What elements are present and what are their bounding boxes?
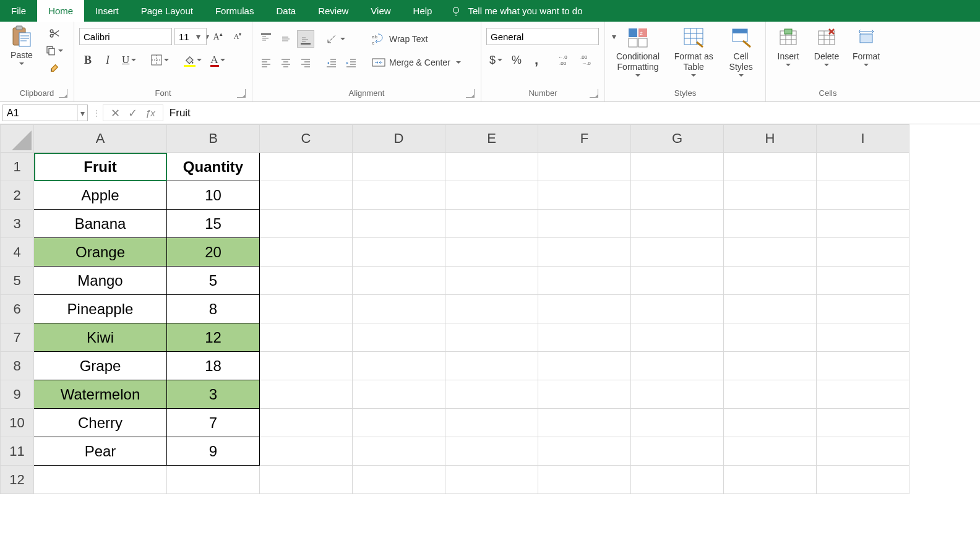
align-right-button[interactable] <box>297 54 314 71</box>
cell-C6[interactable] <box>260 295 353 323</box>
cell-C7[interactable] <box>260 323 353 352</box>
fx-icon[interactable]: ƒx <box>142 108 159 118</box>
cell-G6[interactable] <box>631 295 724 323</box>
conditional-formatting-button[interactable]: ≠ Conditional Formatting <box>610 25 666 78</box>
cell-I6[interactable] <box>817 295 909 323</box>
cell-F4[interactable] <box>538 238 631 267</box>
cell-C8[interactable] <box>260 352 353 380</box>
insert-cells-button[interactable]: Insert <box>771 25 806 67</box>
cell-H9[interactable] <box>724 380 817 409</box>
row-header[interactable]: 11 <box>1 437 34 466</box>
dialog-launcher-icon[interactable] <box>237 89 246 98</box>
cell-E4[interactable] <box>445 238 538 267</box>
row-header[interactable]: 9 <box>1 380 34 409</box>
cell-G12[interactable] <box>631 466 724 494</box>
format-painter-button[interactable] <box>42 61 66 75</box>
cell-A2[interactable]: Apple <box>34 181 167 210</box>
cell-F7[interactable] <box>538 323 631 352</box>
tab-formulas[interactable]: Formulas <box>204 0 265 22</box>
cell-E8[interactable] <box>445 352 538 380</box>
cell-C5[interactable] <box>260 267 353 295</box>
align-middle-button[interactable] <box>277 30 294 48</box>
increase-decimal-button[interactable]: ←.0.00 <box>555 51 575 69</box>
row-header[interactable]: 4 <box>1 238 34 267</box>
font-size-combo[interactable]: ▾ <box>174 28 207 45</box>
cell-F8[interactable] <box>538 352 631 380</box>
delete-cells-button[interactable]: Delete <box>809 25 844 67</box>
cell-D8[interactable] <box>353 352 445 380</box>
increase-indent-button[interactable] <box>343 54 360 71</box>
cell-C2[interactable] <box>260 181 353 210</box>
column-header[interactable]: E <box>445 125 538 153</box>
cell-B10[interactable]: 7 <box>167 409 260 437</box>
fill-color-button[interactable] <box>181 51 205 69</box>
cell-E9[interactable] <box>445 380 538 409</box>
cell-G9[interactable] <box>631 380 724 409</box>
cell-C11[interactable] <box>260 437 353 466</box>
copy-button[interactable] <box>42 44 66 58</box>
format-cells-button[interactable]: Format <box>848 25 885 67</box>
orientation-button[interactable] <box>323 30 348 48</box>
cell-D9[interactable] <box>353 380 445 409</box>
underline-button[interactable]: U <box>119 51 139 69</box>
cell-F6[interactable] <box>538 295 631 323</box>
cell-G7[interactable] <box>631 323 724 352</box>
dialog-launcher-icon[interactable] <box>59 89 67 98</box>
number-format-input[interactable] <box>487 28 612 45</box>
tell-me-search[interactable]: Tell me what you want to do <box>443 0 590 22</box>
row-header[interactable]: 7 <box>1 323 34 352</box>
italic-button[interactable]: I <box>99 51 116 69</box>
align-center-button[interactable] <box>277 54 294 71</box>
cell-H10[interactable] <box>724 409 817 437</box>
cell-I12[interactable] <box>817 466 909 494</box>
column-header[interactable]: G <box>631 125 724 153</box>
cell-C12[interactable] <box>260 466 353 494</box>
align-bottom-button[interactable] <box>297 30 314 48</box>
spreadsheet-grid[interactable]: ABCDEFGHI1FruitQuantity2Apple103Banana15… <box>0 124 980 494</box>
cell-G2[interactable] <box>631 181 724 210</box>
row-header[interactable]: 2 <box>1 181 34 210</box>
cell-E5[interactable] <box>445 267 538 295</box>
column-header[interactable]: I <box>817 125 909 153</box>
cell-E12[interactable] <box>445 466 538 494</box>
dialog-launcher-icon[interactable] <box>590 89 598 98</box>
font-name-combo[interactable]: ▾ <box>79 28 172 45</box>
cell-B3[interactable]: 15 <box>167 210 260 238</box>
row-header[interactable]: 8 <box>1 352 34 380</box>
increase-font-button[interactable]: A▴ <box>209 28 226 45</box>
cell-A9[interactable]: Watermelon <box>34 380 167 409</box>
enter-formula-button[interactable]: ✓ <box>124 105 140 122</box>
cell-styles-button[interactable]: Cell Styles <box>721 25 760 78</box>
cell-B9[interactable]: 3 <box>167 380 260 409</box>
cell-F2[interactable] <box>538 181 631 210</box>
paste-button[interactable]: Paste <box>5 24 38 66</box>
cell-F11[interactable] <box>538 437 631 466</box>
chevron-down-icon[interactable]: ▾ <box>194 32 202 41</box>
wrap-text-button[interactable]: abc Wrap Text <box>369 30 455 48</box>
row-header[interactable]: 6 <box>1 295 34 323</box>
column-header[interactable]: D <box>353 125 445 153</box>
cell-I5[interactable] <box>817 267 909 295</box>
cell-E7[interactable] <box>445 323 538 352</box>
chevron-down-icon[interactable]: ▾ <box>77 105 87 121</box>
cell-I4[interactable] <box>817 238 909 267</box>
row-header[interactable]: 12 <box>1 466 34 494</box>
cell-H12[interactable] <box>724 466 817 494</box>
cell-H6[interactable] <box>724 295 817 323</box>
name-box[interactable]: ▾ <box>2 105 88 121</box>
cell-B11[interactable]: 9 <box>167 437 260 466</box>
cell-I3[interactable] <box>817 210 909 238</box>
format-as-table-button[interactable]: Format as Table <box>669 25 718 78</box>
cancel-formula-button[interactable]: ✕ <box>107 105 123 122</box>
cell-H11[interactable] <box>724 437 817 466</box>
cell-H4[interactable] <box>724 238 817 267</box>
cell-D11[interactable] <box>353 437 445 466</box>
cell-I7[interactable] <box>817 323 909 352</box>
cell-B6[interactable]: 8 <box>167 295 260 323</box>
cut-button[interactable] <box>42 27 66 40</box>
decrease-font-button[interactable]: A▾ <box>229 28 246 45</box>
tab-data[interactable]: Data <box>265 0 307 22</box>
cell-G4[interactable] <box>631 238 724 267</box>
cell-B7[interactable]: 12 <box>167 323 260 352</box>
cell-C10[interactable] <box>260 409 353 437</box>
